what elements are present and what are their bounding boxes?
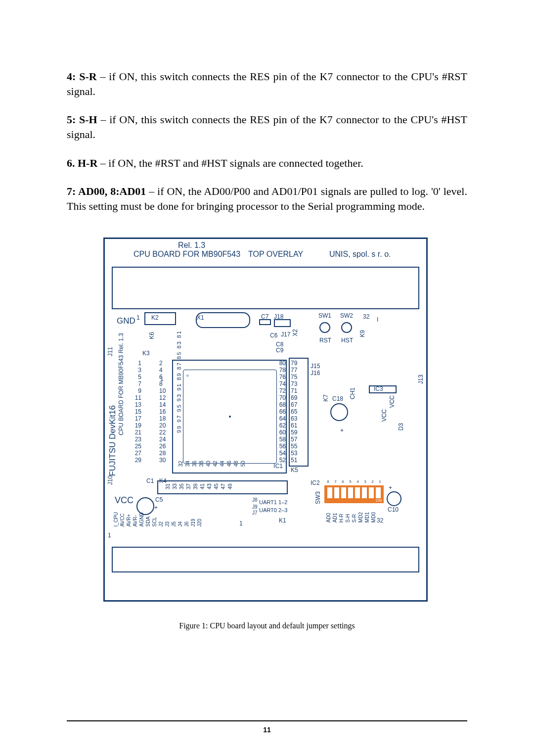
paragraph-sh: 5: S-H – if ON, this switch connects the… [67,112,467,142]
gnd-label: GND [117,316,135,326]
footer-rule [67,720,467,721]
ic1-label: IC1 [273,463,283,470]
ic1-dot [229,416,231,418]
sw1-label: SW1 [318,312,331,319]
k5-label: K5 [291,467,298,473]
rev-label: Rel. 1.3 [178,241,205,250]
ic2-label: IC2 [311,479,320,486]
c18-plus: + [340,427,344,434]
dip-plus: + [389,484,392,491]
bottom-band [105,572,426,600]
side-fujitsu-label: FUJITSU DevKit16 [108,405,118,476]
top-overlay-label: TOP OVERLAY [248,250,303,259]
ic1-chip: o IC1 [172,360,287,473]
dip-on-label: ON [376,498,382,503]
j10-label: J10 [107,475,114,485]
sw3-label: SW3 [314,491,321,504]
uart1-label: UART1 1–2 [259,499,287,505]
label-sh: 5: S-H [67,113,97,126]
k3-outer-col: 1357911131517192123252729 [134,360,141,464]
page-content: 4: S-R – if ON, this switch connects the… [67,69,467,630]
k1-label: K1 [279,517,286,524]
label-sr: 4: S-R [67,70,97,83]
k3-label: K3 [142,350,150,357]
rst-label: RST [319,337,331,344]
label-hr: 6. H-R [67,157,97,169]
dip-switch-sw3: 87654321 ON [324,485,384,503]
j8-label: J8 [252,497,258,503]
board-body: FUJITSU DevKit16 CPU BOARD FOR MB90F543 … [113,312,418,547]
text-sh: – if ON, this switch connects the RES pi… [67,113,467,141]
text-sr: – if ON, this switch connects the RES pi… [67,70,467,97]
top-32-label: 32 [363,313,369,320]
c10-label: C10 [388,506,399,513]
sw2-label: SW2 [340,312,353,319]
k5-outer-col: 797775737169676563615957555351 [291,360,297,464]
top-slab [112,267,419,309]
label-ad: 7: AD00, 8:AD01 [67,185,146,197]
gnd-pin-1: 1 [136,314,140,321]
ic3-label: IC3 [374,385,383,392]
c10-circle [387,491,401,506]
x1-label: X1 [197,314,204,321]
vcc1-label: VCC [389,395,396,408]
j16-label: J16 [311,370,320,377]
figure-caption: Figure 1: CPU board layout and default j… [103,621,431,630]
title-band: Rel. 1.3 CPU BOARD FOR MB90F543 TOP OVER… [105,239,426,267]
c5-label: C5 [155,496,163,503]
manufacturer-label: UNIS, spol. s r. o. [329,250,391,259]
sw2-circle [341,322,352,333]
pcb-outline: Rel. 1.3 CPU BOARD FOR MB90F543 TOP OVER… [103,237,428,602]
vcc-big-label: VCC [115,495,134,506]
top-tick: I [377,316,378,323]
j17-label: J17 [281,331,290,338]
k6-label: K6 [148,332,155,339]
c9-label: C9 [276,347,283,354]
c18-label: C18 [332,395,343,402]
k7-label: K7 [322,394,329,402]
k4-nums: 31333537394143454749 [164,483,233,489]
bottom-left-labels: I_CPU AVCC AVR+ AVR- AGND SDA SCL J2 J3 … [113,512,203,526]
chip-pin1: 1 [160,376,164,382]
vcc-cap-plus: + [154,504,158,511]
dip-nums: 87654321 [324,479,384,484]
k2-label: K2 [151,314,159,321]
bottom-32-label: 32 [377,517,383,524]
hst-label: HST [341,337,353,344]
c18-circle [330,403,348,421]
j11-label: J11 [107,347,114,356]
k9-label: K9 [359,330,366,337]
j15-label: J15 [311,363,320,370]
chip-bottom-inner: 32343638404244464850 [177,461,246,467]
x2-label: X2 [292,329,299,336]
page-number: 11 [0,726,534,734]
j18-box [274,319,291,327]
sw1-circle [319,322,330,333]
figure-cpu-board: Rel. 1.3 CPU BOARD FOR MB90F543 TOP OVER… [103,237,431,630]
pin1-k1: 1 [239,520,243,527]
k2-box [144,312,176,325]
j9-label: J9 [252,504,258,510]
paragraph-ad: 7: AD00, 8:AD01 – if ON, the AD00/P00 an… [67,184,467,213]
board-name-label: CPU BOARD FOR MB90F543 [134,250,240,259]
paragraph-sr: 4: S-R – if ON, this switch connects the… [67,69,467,98]
bottom-slab [112,547,419,572]
pin1-bl: 1 [108,532,111,539]
paragraph-hr: 6. H-R – if ON, the #RST and #HST signal… [67,156,467,171]
chip-right-inner-col: 807876747270686664626058565452 [277,360,286,464]
vcc2-label: VCC [381,409,388,422]
side-cpuboard-label: CPU BOARD FOR MB90F543 Rel. 1.3 [118,333,125,435]
text-hr: – if ON, the #RST and #HST signals are c… [97,157,363,169]
j7-label: J7 [252,510,258,516]
uart0-label: UART0 2–3 [259,507,287,513]
c7-box [259,319,271,325]
c1-label: C1 [146,477,154,484]
ch1-label: CH1 [349,387,356,399]
c6-label: C6 [270,332,277,339]
ic1-orient: o [186,373,188,378]
d3-label: D3 [398,423,404,430]
dip-bottom-labels: AD0 AD1 H-R S-H S-R MD2 MD1 MD0 [325,512,377,522]
j13-label: J13 [417,375,424,384]
ic1-inner: o [183,370,277,464]
